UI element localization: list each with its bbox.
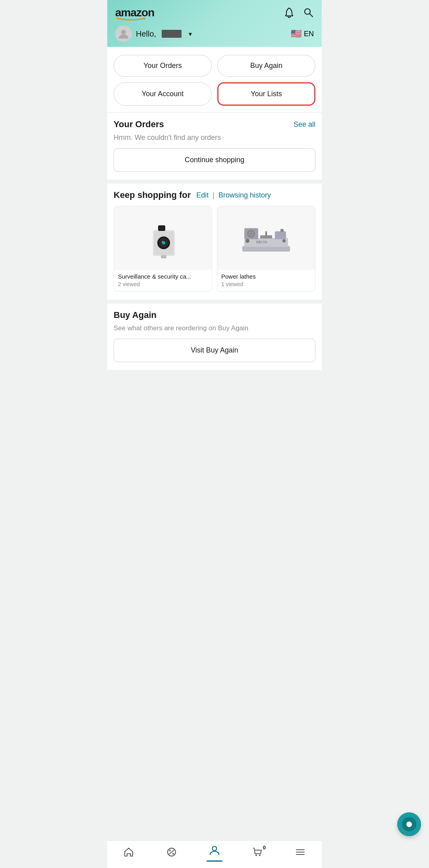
- security-camera-svg: [139, 214, 187, 262]
- orders-section-header: Your Orders See all: [114, 119, 315, 130]
- svg-rect-18: [275, 231, 286, 239]
- your-lists-button[interactable]: Your Lists: [217, 82, 315, 106]
- search-icon[interactable]: [303, 7, 314, 21]
- user-name-redacted: [162, 30, 182, 38]
- see-all-orders-link[interactable]: See all: [294, 120, 315, 129]
- header-icons: [284, 7, 314, 21]
- language-label: EN: [304, 30, 314, 38]
- security-camera-viewed: 2 viewed: [118, 281, 208, 287]
- power-lathe-name: Power lathes: [221, 273, 311, 280]
- power-lathe-viewed: 1 viewed: [221, 281, 311, 287]
- product-card-power-lathe[interactable]: DELTA Power lathes 1 viewed: [217, 206, 315, 292]
- your-orders-button[interactable]: Your Orders: [114, 55, 212, 77]
- header: amazon: [107, 0, 322, 47]
- flag-icon: 🇺🇸: [291, 29, 301, 39]
- power-lathe-svg: DELTA: [238, 216, 294, 260]
- svg-point-17: [250, 233, 252, 234]
- notification-icon[interactable]: [284, 7, 295, 21]
- buy-again-button[interactable]: Buy Again: [217, 55, 315, 77]
- quick-nav: Your Orders Buy Again Your Account Your …: [107, 47, 322, 112]
- buy-again-header: Buy Again: [114, 310, 315, 320]
- avatar: [115, 25, 132, 42]
- your-account-button[interactable]: Your Account: [114, 82, 212, 106]
- buy-again-section: Buy Again See what others are reordering…: [107, 304, 322, 370]
- no-orders-message: Hmm. We couldn't find any orders: [114, 134, 315, 142]
- continue-shopping-button[interactable]: Continue shopping: [114, 148, 315, 172]
- visit-buy-again-button[interactable]: Visit Buy Again: [114, 339, 315, 362]
- language-selector[interactable]: 🇺🇸 EN: [291, 29, 314, 39]
- orders-section: Your Orders See all Hmm. We couldn't fin…: [107, 113, 322, 180]
- power-lathe-image: DELTA: [217, 206, 315, 270]
- svg-rect-10: [159, 226, 164, 230]
- buy-again-title: Buy Again: [114, 310, 157, 320]
- svg-rect-19: [280, 229, 284, 232]
- power-lathe-info: Power lathes 1 viewed: [217, 270, 315, 291]
- header-bottom: Hello, ▾ 🇺🇸 EN: [115, 25, 314, 42]
- keep-shopping-header: Keep shopping for Edit | Browsing histor…: [114, 190, 315, 200]
- keep-shopping-title: Keep shopping for: [114, 190, 191, 200]
- svg-point-8: [162, 241, 163, 242]
- security-camera-image: [114, 206, 212, 270]
- amazon-logo: amazon: [115, 6, 154, 21]
- keep-shopping-section: Keep shopping for Edit | Browsing histor…: [107, 184, 322, 300]
- svg-text:DELTA: DELTA: [256, 240, 267, 244]
- amazon-smile-icon: [115, 17, 147, 21]
- svg-rect-12: [242, 246, 290, 252]
- product-card-security-camera[interactable]: Surveillance & security ca... 2 viewed: [114, 206, 212, 292]
- pipe-divider: |: [213, 191, 214, 200]
- dropdown-arrow-icon[interactable]: ▾: [189, 30, 192, 38]
- orders-title: Your Orders: [114, 119, 164, 130]
- buy-again-description: See what others are reordering on Buy Ag…: [114, 324, 315, 332]
- security-camera-name: Surveillance & security ca...: [118, 273, 208, 280]
- edit-link[interactable]: Edit: [196, 191, 209, 200]
- svg-point-22: [245, 239, 249, 243]
- product-grid: Surveillance & security ca... 2 viewed: [114, 206, 315, 292]
- svg-rect-11: [161, 255, 166, 258]
- svg-line-1: [310, 14, 313, 17]
- security-camera-info: Surveillance & security ca... 2 viewed: [114, 270, 212, 291]
- svg-point-2: [121, 30, 126, 35]
- svg-point-23: [282, 239, 286, 242]
- header-top: amazon: [115, 6, 314, 21]
- hello-section[interactable]: Hello, ▾: [115, 25, 192, 42]
- browsing-history-link[interactable]: Browsing history: [218, 191, 271, 200]
- keep-shopping-links: Edit | Browsing history: [196, 191, 271, 200]
- svg-rect-21: [265, 231, 267, 236]
- hello-label: Hello,: [136, 29, 156, 39]
